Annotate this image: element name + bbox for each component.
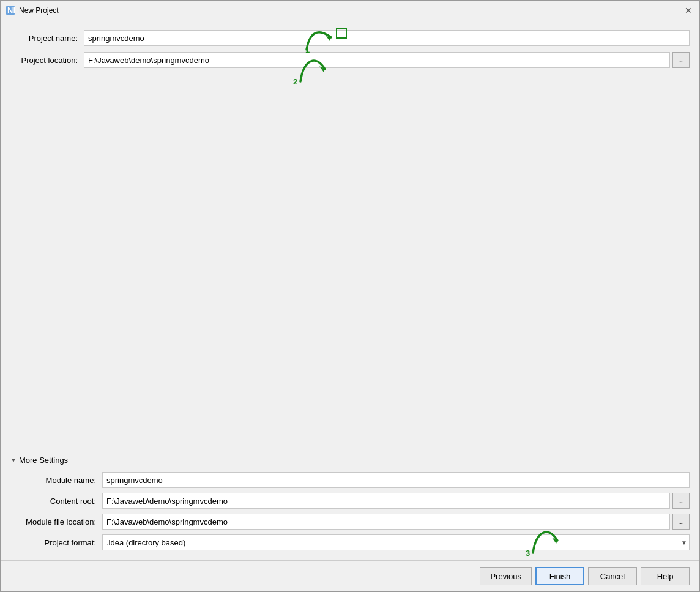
more-settings-header[interactable]: ▼ More Settings bbox=[10, 451, 690, 470]
more-settings-content: Module name: Content root: ... Module fi… bbox=[10, 470, 690, 560]
more-settings-label: More Settings bbox=[19, 455, 68, 465]
help-button[interactable]: Help bbox=[641, 567, 690, 585]
content-root-browse-button[interactable]: ... bbox=[672, 493, 690, 509]
finish-button[interactable]: Finish bbox=[535, 567, 584, 585]
project-name-label: Project name: bbox=[10, 34, 84, 43]
project-location-input-group: ... bbox=[84, 52, 690, 68]
project-name-row: Project name: bbox=[10, 30, 690, 46]
new-project-icon: NP bbox=[6, 6, 15, 15]
content-area: Project name: Project location: ... ▼ Mo… bbox=[1, 20, 699, 560]
project-format-select[interactable]: .idea (directory based) bbox=[102, 534, 690, 550]
svg-text:NP: NP bbox=[7, 6, 15, 15]
project-format-select-wrapper: .idea (directory based) ▼ bbox=[102, 534, 690, 550]
close-button[interactable]: ✕ bbox=[682, 4, 694, 17]
content-root-input-group: ... bbox=[102, 493, 690, 509]
content-spacer bbox=[10, 74, 690, 451]
project-format-label: Project format: bbox=[23, 538, 102, 547]
module-name-label: Module name: bbox=[23, 476, 102, 485]
project-location-input[interactable] bbox=[84, 52, 670, 68]
previous-button[interactable]: Previous bbox=[480, 567, 532, 585]
module-file-location-input[interactable] bbox=[102, 514, 670, 530]
module-name-row: Module name: bbox=[23, 472, 690, 488]
project-location-row: Project location: ... bbox=[10, 52, 690, 68]
dialog-title: New Project bbox=[19, 6, 59, 15]
module-name-input[interactable] bbox=[102, 472, 690, 488]
project-format-row: Project format: .idea (directory based) … bbox=[23, 534, 690, 550]
cancel-button[interactable]: Cancel bbox=[588, 567, 637, 585]
content-root-row: Content root: ... bbox=[23, 493, 690, 509]
new-project-dialog: NP New Project ✕ Project name: Project l… bbox=[0, 0, 700, 592]
content-root-input[interactable] bbox=[102, 493, 670, 509]
more-settings-section: ▼ More Settings Module name: Content roo… bbox=[10, 451, 690, 560]
footer: Previous Finish Cancel Help bbox=[1, 560, 699, 591]
title-bar-left: NP New Project bbox=[6, 6, 59, 15]
project-name-input[interactable] bbox=[84, 30, 690, 46]
project-location-label: Project location: bbox=[10, 56, 84, 65]
content-root-label: Content root: bbox=[23, 496, 102, 506]
module-file-location-input-group: ... bbox=[102, 514, 690, 530]
module-file-location-browse-button[interactable]: ... bbox=[672, 514, 690, 530]
more-settings-arrow-icon: ▼ bbox=[10, 457, 17, 463]
module-file-location-row: Module file location: ... bbox=[23, 514, 690, 530]
title-bar: NP New Project ✕ bbox=[1, 1, 699, 20]
module-file-location-label: Module file location: bbox=[23, 517, 102, 526]
project-location-browse-button[interactable]: ... bbox=[672, 52, 690, 68]
